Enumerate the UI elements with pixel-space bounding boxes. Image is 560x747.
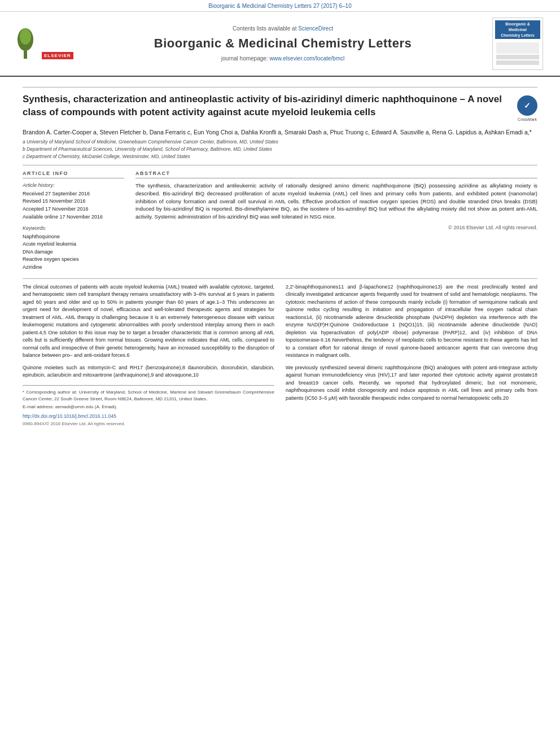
elsevier-badge: ELSEVIER <box>42 52 73 59</box>
header-divider <box>23 87 537 88</box>
main-para-4: We previously synthesized several dimeri… <box>286 364 537 403</box>
article-info-heading: ARTICLE INFO <box>23 170 124 179</box>
science-direct-line: Contents lists available at ScienceDirec… <box>73 25 492 33</box>
keyword-5: Aziridine <box>23 264 124 271</box>
main-col-left: The clinical outcomes of patients with a… <box>23 283 274 429</box>
authors-line: Brandon A. Carter-Cooper a, Steven Fletc… <box>23 128 537 137</box>
journal-title: Bioorganic & Medicinal Chemistry Letters <box>73 35 492 53</box>
doi-link[interactable]: http://dx.doi.org/10.1016/j.bmcl.2016.11… <box>23 413 274 420</box>
keyword-3: DNA damage <box>23 248 124 256</box>
abstract-divider <box>23 278 537 279</box>
main-col-right: 2,2′-binaphthoquinones11 and β-lapachone… <box>286 283 537 429</box>
history-label: Article history: <box>23 182 124 189</box>
corresponding-author-note: * Corresponding author at: University of… <box>23 389 274 403</box>
article-title-section: Synthesis, characterization and antineop… <box>23 93 537 123</box>
main-text-section: The clinical outcomes of patients with a… <box>23 283 537 429</box>
received-date: Received 27 September 2016 <box>23 190 124 198</box>
elsevier-tree-icon <box>11 28 40 59</box>
article-body: Synthesis, characterization and antineop… <box>0 77 560 434</box>
available-date: Available online 17 November 2016 <box>23 213 124 221</box>
affiliation-b: b Department of Pharmaceutical Sciences,… <box>23 146 537 153</box>
keyword-4: Reactive oxygen species <box>23 256 124 263</box>
elsevier-logo: ELSEVIER <box>11 28 73 59</box>
journal-homepage: journal homepage: www.elsevier.com/locat… <box>73 55 492 63</box>
authors-text: Brandon A. Carter-Cooper a, Steven Fletc… <box>23 129 532 136</box>
page: Bioorganic & Medicinal Chemistry Letters… <box>0 0 560 747</box>
svg-rect-0 <box>24 51 27 59</box>
journal-citation-bar: Bioorganic & Medicinal Chemistry Letters… <box>0 0 560 12</box>
crossmark-section: ✓ CrossMark <box>517 95 537 123</box>
main-para-3: 2,2′-binaphthoquinones11 and β-lapachone… <box>286 283 537 360</box>
crossmark-label: CrossMark <box>517 117 537 123</box>
crossmark-icon[interactable]: ✓ <box>517 95 537 116</box>
main-para-1: The clinical outcomes of patients with a… <box>23 283 274 360</box>
journal-header: ELSEVIER Contents lists available at Sci… <box>0 12 560 77</box>
keywords-label: Keywords: <box>23 225 124 232</box>
journal-citation: Bioorganic & Medicinal Chemistry Letters… <box>208 3 351 9</box>
affiliation-c: c Department of Chemistry, McDaniel Coll… <box>23 154 537 160</box>
info-abstract-section: ARTICLE INFO Article history: Received 2… <box>23 170 537 272</box>
article-info-col: ARTICLE INFO Article history: Received 2… <box>23 170 124 272</box>
accepted-date: Accepted 17 November 2016 <box>23 206 124 213</box>
right-logo-box: Bioorganic & MedicinalChemistry Letters <box>492 18 543 70</box>
article-title-text: Synthesis, characterization and antineop… <box>23 93 511 119</box>
footnotes-section: * Corresponding author at: University of… <box>23 385 274 428</box>
issn-line: 0960-894X/© 2016 Elsevier Ltd. All right… <box>23 421 274 427</box>
abstract-col: ABSTRACT The synthesis, characterization… <box>135 170 537 272</box>
copyright-line: © 2016 Elsevier Ltd. All rights reserved… <box>135 224 537 231</box>
right-logo-brand: Bioorganic & MedicinalChemistry Letters <box>501 22 535 37</box>
affiliations: a University of Maryland School of Medic… <box>23 139 537 160</box>
abstract-heading: ABSTRACT <box>135 170 537 179</box>
main-para-2: Quinone moieties such as mitomycin-C and… <box>23 364 274 379</box>
abstract-text: The synthesis, characterization and anti… <box>135 182 537 221</box>
affiliations-divider <box>23 165 537 165</box>
journal-center-info: Contents lists available at ScienceDirec… <box>73 25 492 63</box>
keyword-1: Naphthoquinone <box>23 233 124 241</box>
revised-date: Revised 15 November 2016 <box>23 198 124 205</box>
svg-point-2 <box>20 29 31 45</box>
keyword-2: Acute myeloid leukemia <box>23 241 124 248</box>
journal-right-logo: Bioorganic & MedicinalChemistry Letters <box>492 18 549 70</box>
science-direct-link[interactable]: ScienceDirect <box>298 25 333 32</box>
email-note: E-mail address: aemadi@umm.edu (A. Emadi… <box>23 404 274 410</box>
affiliation-a: a University of Maryland School of Medic… <box>23 139 537 146</box>
article-title: Synthesis, characterization and antineop… <box>23 93 511 119</box>
homepage-url[interactable]: www.elsevier.com/locate/bmcl <box>269 55 344 62</box>
